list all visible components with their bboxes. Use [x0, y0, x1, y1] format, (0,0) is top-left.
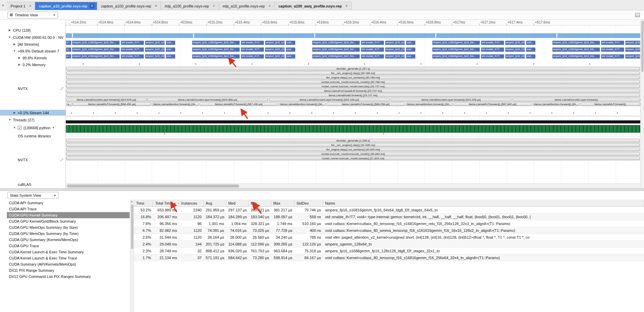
tab-mlp-a10-profile-nsys-rep[interactable]: mlp_a10_profile.nsys-rep× — [219, 2, 275, 10]
kernel-block[interactable]: ampere_fp16_s1681... — [265, 54, 285, 59]
table-row[interactable]: 7.8%96.056 ms961.001 ms1.054 ms328.321 μ… — [134, 220, 644, 227]
nvtx-range-bar[interactable]: model_runner.execute_model.sample() [21.… — [66, 157, 640, 160]
thread-state-bar[interactable] — [66, 120, 640, 123]
panel-splitter[interactable] — [0, 188, 644, 191]
stats-view-item-cuda-gpu-memops-summary-by-size[interactable]: CUDA GPU MemOps Summary (by Size) — [7, 224, 130, 231]
stats-view-item-cuda-gpu-memops-summary-by-time[interactable]: CUDA GPU MemOps Summary (by Time) — [7, 231, 130, 237]
kernel-block[interactable]: ampere_fp16_s16816gemm_fp16_64x... — [432, 54, 480, 59]
kernel-block[interactable]: ampere_fp16_s1681... — [385, 54, 405, 59]
kernel-block[interactable]: std::enable_if<!T... — [361, 47, 384, 52]
kernel-block[interactable]: ampere_fp16_s1681... — [625, 47, 640, 52]
kernel-row-all-streams[interactable]: ol...ampere_fp16_s16816gemm_fp16_64x...s… — [66, 40, 640, 45]
kernel-block[interactable]: void... — [286, 54, 295, 59]
stats-view-item-cuda-gpu-kernel-summary[interactable]: CUDA GPU Kernel Summary — [7, 212, 130, 218]
close-icon[interactable]: × — [211, 4, 216, 9]
kernel-block[interactable]: std::enable_if<!T... — [361, 54, 384, 59]
nvtx-mlp-attention-bar[interactable]: llama.LlamaMLP.forward() [568.258 μs] — [326, 102, 405, 106]
stats-view-item-cuda-gpu-summary-kernels-memops[interactable]: CUDA GPU Summary (Kernels/MemOps) — [7, 237, 130, 243]
stats-view-item-dx11-pix-range-summary[interactable]: DX11 PIX Range Summary — [7, 267, 130, 273]
kernel-block[interactable]: ampere_fp16_s16816gemm_fp16_64x... — [192, 54, 240, 59]
kernel-block[interactable]: ampere_fp16_s16816gemm_fp16_64x... — [432, 41, 480, 45]
column-header-stddev[interactable]: StdDev — [294, 200, 323, 206]
cuda-hw-activity-bar[interactable] — [66, 33, 640, 38]
memory-op-tick[interactable] — [533, 63, 534, 65]
scroll-up-icon[interactable]: ▲ — [131, 200, 133, 203]
scrollbar-handle[interactable] — [641, 21, 644, 72]
table-row[interactable]: 6.7%82.982 ms112074.091 μs74.016 μs73.02… — [134, 227, 644, 234]
memory-op-tick[interactable] — [139, 63, 140, 65]
stream144-kernel-tick[interactable] — [617, 112, 618, 114]
chevron-down-icon[interactable]: ▼ — [8, 36, 11, 39]
stats-view-item-cuda-kernel-launch-exec-time-trace[interactable]: CUDA Kernel Launch & Exec Time Trace — [7, 255, 130, 261]
kernel-block[interactable]: ampere_fp16_s1681... — [265, 47, 285, 52]
memory-op-tick[interactable] — [421, 63, 421, 65]
kernel-block[interactable]: std::enable_if<!T... — [481, 47, 504, 52]
tab-caption-a10-profile-nsys-rep[interactable]: caption_a10_profile.nsys-rep× — [35, 2, 97, 10]
stats-view-item-cuda-summary-api-kernels-memops[interactable]: CUDA Summary (API/Kernels/MemOps) — [7, 261, 130, 267]
kernel-block[interactable]: std::enable_if<!T... — [481, 41, 504, 45]
column-header-instances[interactable]: Instances — [179, 200, 204, 206]
kernel-block[interactable]: std::enable_if<!T... — [121, 47, 144, 52]
nvtx-mlp-attention-bar[interactable]: llama.LlamaAttention.forward() [34... — [406, 102, 453, 106]
kernel-block[interactable]: ampere_fp16_s1681... — [505, 47, 525, 52]
kernel-block[interactable]: std::enable_if<!T... — [121, 41, 144, 45]
nvtx-range-bar[interactable]: llm._run_engine().step() [31.035 ms] — [66, 143, 640, 147]
kernel-block[interactable]: ampere_fp16_s1681... — [625, 54, 640, 59]
kernel-block[interactable]: void... — [286, 41, 295, 45]
stream144-kernel-tick[interactable] — [311, 112, 312, 114]
memory-op-tick[interactable] — [364, 63, 365, 65]
scrollbar-handle[interactable] — [131, 205, 133, 249]
nvtx-mlp-attention-bar[interactable]: llama.LlamaMLP.forward() [567.490 μs] — [200, 102, 278, 106]
tab-caption-a100-awq-profile-nsys-rep[interactable]: caption_a100_awq_profile.nsys-rep× — [275, 2, 352, 10]
kernel-block[interactable]: std::enable_if<!T... — [601, 41, 624, 45]
sidebar-item-threads-27[interactable]: ▼Threads (27) — [0, 117, 65, 123]
memory-op-tick[interactable] — [252, 63, 252, 65]
nvtx-range-bar[interactable]: llm._run_engine().step() [30.788 ms] — [66, 71, 640, 75]
kernel-block[interactable]: ampere_fp16_s1681... — [145, 41, 165, 45]
kernel-block[interactable]: ampere_fp16_s16816gemm_fp16_64x... — [432, 47, 480, 52]
nvtx-decoder-layer-bar[interactable]: llama.LlamaDecoderLayer.forward() [924.2… — [391, 98, 512, 102]
stats-view-item-cuda-kernel-launch-exec-time-summary[interactable]: CUDA Kernel Launch & Exec Time Summary — [7, 249, 130, 255]
sidebar-item-cpu-128[interactable]: ▶CPU (128) — [0, 27, 65, 33]
table-row[interactable]: 2.6%31.544 ms112028.164 μs28.000 μs26.56… — [134, 234, 644, 241]
kernel-block[interactable]: ol... — [66, 54, 71, 59]
stream144-kernel-tick[interactable] — [115, 112, 116, 114]
stats-view-item-dx12-gpu-command-list-pix-ranges-summary[interactable]: DX12 GPU Command List PIX Ranges Summary — [7, 273, 130, 280]
stream144-kernel-tick[interactable] — [573, 112, 574, 114]
stream144-kernel-tick[interactable] — [552, 112, 552, 114]
close-icon[interactable]: × — [344, 4, 349, 9]
panel-options-icon[interactable] — [635, 13, 640, 17]
table-row[interactable]: 53.2%653.989 ms2240291.959 μs297.137 μs2… — [134, 207, 644, 213]
timeline-horizontal-scrollbar[interactable] — [66, 183, 640, 188]
stream144-kernel-tick[interactable] — [595, 112, 596, 114]
nvtx-decoder-layer-bar[interactable]: llama.LlamaDecoderLayer.forward() [924.8… — [147, 98, 268, 102]
close-icon[interactable]: × — [28, 4, 32, 9]
sidebar-item-139668-python[interactable]: ▼✓[139668] python▼ — [0, 125, 65, 131]
nvtx-range-bar[interactable]: worker.execute_model.execute_model() [30… — [66, 152, 640, 156]
kernel-block[interactable]: void... — [406, 47, 415, 52]
expand-icon[interactable]: ⤢ — [60, 158, 63, 162]
nvtx-decoder-layer-bar[interactable]: llama.LlamaDecoderLayer.forward() [924.6… — [66, 98, 147, 102]
memory-op-tick[interactable] — [308, 63, 309, 65]
checkbox-icon[interactable]: ✓ — [18, 126, 22, 130]
kernel-block[interactable]: ampere_fp16_s16816gemm_fp16_64x... — [552, 47, 600, 52]
kernel-block[interactable]: ampere_fp16_s16816gemm_fp16_64x... — [312, 47, 360, 52]
kernel-block[interactable]: ampere_fp16_s1681... — [625, 41, 640, 45]
kernel-block[interactable]: ampere_fp16_s16816gemm_fp16_64x... — [552, 41, 600, 45]
memory-op-tick[interactable] — [83, 63, 84, 65]
stream144-kernel-tick[interactable] — [93, 112, 94, 114]
expand-icon[interactable]: ⤢ — [60, 87, 63, 91]
table-row[interactable]: 16.8%206.497 ms1120184.372 μs184.289 μs1… — [134, 213, 644, 220]
kernel-block[interactable]: ampere_fp16_s16816gemm_fp16_64x... — [552, 54, 600, 59]
sidebar-item-0-2-memory[interactable]: ▶0.2% Memory — [0, 62, 65, 68]
close-icon[interactable]: × — [267, 4, 272, 9]
sidebar-item-99-8-kernels[interactable]: ▶99.8% Kernels — [0, 55, 65, 61]
kernel-block[interactable]: std::enable_if<!T... — [241, 54, 264, 59]
kernel-block[interactable]: std::enable_if<!T... — [361, 41, 384, 45]
stream144-kernel-tick[interactable] — [180, 112, 181, 114]
close-icon[interactable]: × — [90, 4, 94, 9]
close-icon[interactable]: × — [153, 4, 158, 9]
table-row[interactable]: 2.3%28.749 ms32898.412 μs936.020 μs761.7… — [134, 248, 644, 254]
sidebar-item-all-streams[interactable]: ▶[All Streams] — [0, 41, 65, 47]
nvtx-range-bar[interactable]: llama.LlamaModel.forward() [29.737 ms] — [66, 93, 640, 97]
